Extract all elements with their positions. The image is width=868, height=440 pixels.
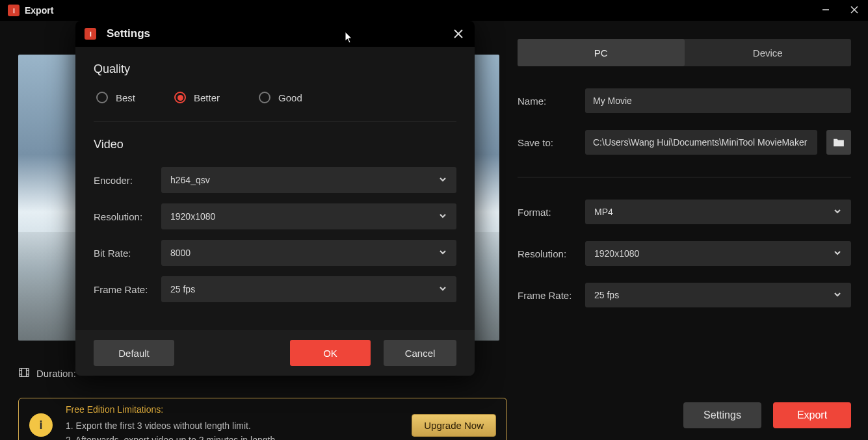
- modal-resolution-value: 1920x1080: [170, 211, 215, 222]
- limitations-line2: 2. Afterwards, export video up to 2 minu…: [66, 433, 399, 440]
- chevron-down-icon: [438, 248, 447, 259]
- radio-best[interactable]: Best: [96, 92, 135, 103]
- default-button[interactable]: Default: [94, 340, 174, 366]
- window-title: Export: [25, 5, 53, 16]
- video-section-title: Video: [94, 138, 456, 151]
- cancel-button[interactable]: Cancel: [384, 340, 456, 366]
- app-icon: Ⅰ: [85, 28, 96, 40]
- chevron-down-icon: [833, 248, 842, 259]
- radio-good[interactable]: Good: [259, 92, 302, 103]
- bitrate-select[interactable]: 8000: [161, 240, 456, 266]
- tab-device[interactable]: Device: [685, 39, 852, 66]
- quality-section-title: Quality: [94, 62, 456, 76]
- export-tabs: PC Device: [518, 39, 851, 66]
- modal-resolution-select[interactable]: 1920x1080: [161, 203, 456, 229]
- app-icon: Ⅰ: [8, 5, 20, 16]
- browse-folder-button[interactable]: [826, 130, 851, 155]
- encoder-label: Encoder:: [94, 175, 161, 186]
- limitations-line1: 1. Export the first 3 videos without len…: [66, 419, 399, 433]
- radio-good-label: Good: [278, 92, 302, 103]
- chevron-down-icon: [833, 290, 842, 301]
- bitrate-label: Bit Rate:: [94, 248, 161, 259]
- format-select[interactable]: MP4: [585, 200, 851, 224]
- divider: [518, 177, 851, 177]
- radio-best-label: Best: [116, 92, 135, 103]
- chevron-down-icon: [438, 211, 447, 222]
- ok-button[interactable]: OK: [290, 340, 371, 366]
- radio-better-label: Better: [194, 92, 220, 103]
- window-controls: [816, 1, 864, 18]
- modal-framerate-select[interactable]: 25 fps: [161, 276, 456, 302]
- duration-label: Duration:: [36, 368, 76, 379]
- modal-framerate-label: Frame Rate:: [94, 284, 161, 295]
- modal-title: Settings: [107, 27, 150, 40]
- framerate-value: 25 fps: [594, 290, 619, 300]
- divider: [94, 122, 456, 122]
- framerate-label: Frame Rate:: [518, 290, 576, 301]
- format-value: MP4: [594, 207, 613, 217]
- encoder-value: h264_qsv: [170, 175, 210, 185]
- chevron-down-icon: [438, 175, 447, 186]
- tab-pc[interactable]: PC: [518, 39, 685, 66]
- saveto-label: Save to:: [518, 137, 576, 148]
- saveto-input[interactable]: [585, 130, 817, 155]
- resolution-value: 1920x1080: [594, 248, 639, 259]
- settings-button[interactable]: Settings: [683, 402, 761, 428]
- resolution-label: Resolution:: [518, 248, 576, 259]
- chevron-down-icon: [833, 207, 842, 218]
- format-label: Format:: [518, 207, 576, 218]
- minimize-button[interactable]: [816, 1, 835, 18]
- limitations-title: Free Edition Limitations:: [66, 402, 399, 417]
- framerate-select[interactable]: 25 fps: [585, 283, 851, 307]
- name-input[interactable]: [585, 88, 851, 113]
- encoder-select[interactable]: h264_qsv: [161, 167, 456, 193]
- modal-close-button[interactable]: [449, 25, 468, 43]
- close-button[interactable]: [845, 1, 864, 18]
- film-icon: [18, 367, 30, 380]
- chevron-down-icon: [438, 284, 447, 295]
- upgrade-button[interactable]: Upgrade Now: [412, 414, 496, 437]
- radio-better[interactable]: Better: [174, 92, 220, 103]
- modal-header: Ⅰ Settings: [75, 21, 475, 47]
- limitations-banner: i Free Edition Limitations: 1. Export th…: [18, 398, 507, 440]
- limitations-text: Free Edition Limitations: 1. Export the …: [66, 402, 399, 440]
- export-button[interactable]: Export: [773, 402, 851, 428]
- modal-framerate-value: 25 fps: [170, 284, 195, 294]
- titlebar: Ⅰ Export: [0, 0, 868, 21]
- name-label: Name:: [518, 96, 576, 107]
- modal-resolution-label: Resolution:: [94, 211, 161, 222]
- settings-modal: Ⅰ Settings Quality Best Better Good Vide…: [75, 21, 475, 376]
- info-icon: i: [29, 413, 53, 437]
- bitrate-value: 8000: [170, 248, 191, 258]
- resolution-select[interactable]: 1920x1080: [585, 241, 851, 266]
- duration-row: Duration:: [18, 367, 76, 380]
- svg-rect-3: [20, 369, 29, 377]
